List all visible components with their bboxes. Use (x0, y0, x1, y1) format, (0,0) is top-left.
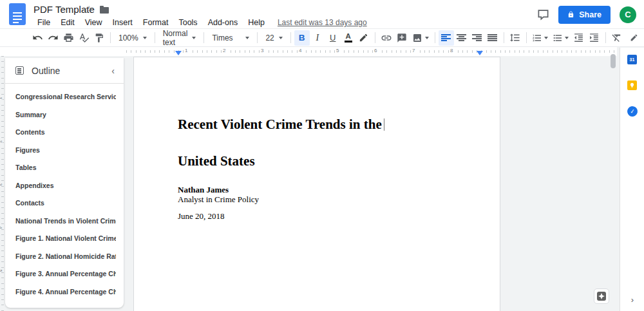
align-center-button[interactable] (454, 30, 469, 46)
menu-addons[interactable]: Add-ons (203, 17, 243, 28)
doc-author[interactable]: Nathan James (178, 185, 468, 194)
doc-heading-line1[interactable]: Recent Violent Crime Trends in the (178, 117, 468, 132)
chevron-down-icon (425, 37, 429, 39)
logo-line (13, 19, 22, 20)
outline-item[interactable]: Contacts (15, 199, 116, 207)
justify-button[interactable] (485, 30, 500, 46)
underline-button[interactable]: U (325, 30, 341, 46)
explore-icon (597, 292, 606, 301)
divider (204, 32, 204, 43)
chevron-down-icon (192, 37, 196, 39)
menu-help[interactable]: Help (243, 17, 270, 28)
font-size-value: 22 (265, 33, 274, 42)
bulleted-list-button[interactable] (551, 30, 571, 46)
ruler-number: 3 (260, 48, 265, 53)
ruler-number: 6 (373, 48, 378, 53)
close-outline-icon[interactable]: ‹ (111, 66, 115, 76)
tasks-icon[interactable]: ✓ (626, 106, 638, 117)
clear-formatting-icon[interactable] (609, 30, 625, 46)
doc-heading-line2[interactable]: United States (178, 154, 468, 169)
explore-button[interactable] (594, 288, 609, 304)
doc-author-role[interactable]: Analyst in Crime Policy (178, 194, 468, 204)
text-color-letter: A (346, 33, 351, 40)
font-family-value: Times (212, 33, 232, 42)
outline-item[interactable]: Figure 1. National Violent Crime R... (15, 234, 116, 242)
menu-edit[interactable]: Edit (55, 17, 80, 28)
divider (110, 32, 111, 43)
outline-item[interactable]: Figure 2. National Homicide Rate, ... (15, 252, 116, 260)
mode-select[interactable]: Editing (625, 33, 644, 42)
increase-indent-icon[interactable] (587, 30, 602, 46)
outline-item[interactable]: Figure 4. Annual Percentage Chan... (15, 288, 116, 296)
paint-format-icon[interactable] (91, 30, 107, 46)
logo-line (13, 12, 22, 14)
outline-item[interactable]: Summary (15, 111, 116, 118)
chevron-down-icon (565, 37, 569, 39)
keep-icon[interactable] (627, 80, 637, 90)
logo-line (13, 15, 22, 17)
add-comment-icon[interactable] (394, 30, 410, 46)
docs-logo-icon[interactable] (9, 3, 26, 25)
doc-heading-text: Recent Violent Crime Trends in the (178, 117, 382, 132)
move-folder-icon[interactable] (100, 7, 109, 14)
outline-item[interactable]: Tables (15, 164, 116, 171)
decrease-indent-icon[interactable] (571, 30, 587, 46)
outline-item[interactable]: National Trends in Violent Crime a... (15, 217, 116, 225)
divider (504, 32, 504, 43)
align-right-button[interactable] (469, 30, 485, 46)
align-left-button[interactable] (439, 30, 454, 46)
star-icon[interactable]: ☆ (85, 4, 93, 14)
outline-item[interactable]: Appendixes (15, 182, 116, 189)
outline-item[interactable]: Congressional Research Service (15, 93, 116, 100)
side-panel-rail: 31 ✓ › (620, 48, 644, 311)
outline-panel: Outline ‹ Congressional Research Service… (5, 58, 124, 308)
redo-icon[interactable] (45, 30, 61, 46)
right-margin-marker[interactable] (477, 51, 483, 55)
doc-date[interactable]: June 20, 2018 (178, 211, 468, 221)
header-bar: PDF Template ☆ File Edit View Insert For… (0, 0, 644, 29)
divider (155, 32, 155, 43)
text-color-button[interactable]: A (341, 30, 356, 46)
menu-file[interactable]: File (32, 17, 55, 28)
font-size-select[interactable]: 22 (261, 30, 287, 46)
bold-button[interactable]: B (294, 30, 310, 46)
outline-item[interactable]: Contents (15, 128, 116, 136)
outline-item[interactable]: Figure 3. Annual Percentage Chan... (15, 270, 116, 278)
zoom-select[interactable]: 100% (114, 30, 151, 46)
numbered-list-button[interactable] (530, 30, 551, 46)
document-page[interactable]: Recent Violent Crime Trends in the Unite… (133, 57, 500, 311)
line-spacing-icon[interactable] (507, 30, 523, 46)
paragraph-style-select[interactable]: Normal text (158, 30, 201, 46)
divider (605, 32, 606, 43)
horizontal-ruler: 1 2 3 4 5 6 7 8 (0, 47, 617, 56)
undo-icon[interactable] (30, 30, 45, 46)
outline-item[interactable]: Figures (15, 146, 116, 154)
share-button[interactable]: Share (558, 6, 611, 24)
highlight-color-icon[interactable] (356, 30, 372, 46)
font-family-select[interactable]: Times (207, 30, 254, 46)
menu-format[interactable]: Format (138, 17, 174, 28)
print-icon[interactable] (61, 30, 76, 46)
insert-image-button[interactable] (410, 30, 431, 46)
show-side-panel-icon[interactable]: › (620, 295, 644, 305)
ruler-number: 2 (222, 48, 227, 53)
menu-view[interactable]: View (80, 17, 108, 28)
text-cursor (384, 118, 384, 131)
vertical-scrollbar-thumb[interactable] (611, 54, 616, 68)
zoom-value: 100% (118, 33, 138, 42)
spellcheck-icon[interactable] (76, 30, 91, 46)
chevron-down-icon (544, 37, 548, 39)
color-swatch (345, 41, 352, 42)
account-avatar[interactable]: C (620, 6, 636, 23)
last-edit-link[interactable]: Last edit was 13 days ago (278, 18, 367, 27)
google-docs-app: PDF Template ☆ File Edit View Insert For… (0, 0, 644, 311)
left-margin-marker[interactable] (175, 51, 182, 55)
insert-link-icon[interactable] (379, 30, 394, 46)
menu-tools[interactable]: Tools (173, 17, 202, 28)
outline-items: Congressional Research Service Summary C… (5, 84, 124, 296)
comment-history-icon[interactable] (537, 8, 549, 21)
calendar-icon[interactable]: 31 (627, 55, 637, 64)
document-content[interactable]: Recent Violent Crime Trends in the Unite… (134, 57, 500, 221)
menu-insert[interactable]: Insert (108, 17, 138, 28)
italic-button[interactable]: I (310, 30, 325, 46)
